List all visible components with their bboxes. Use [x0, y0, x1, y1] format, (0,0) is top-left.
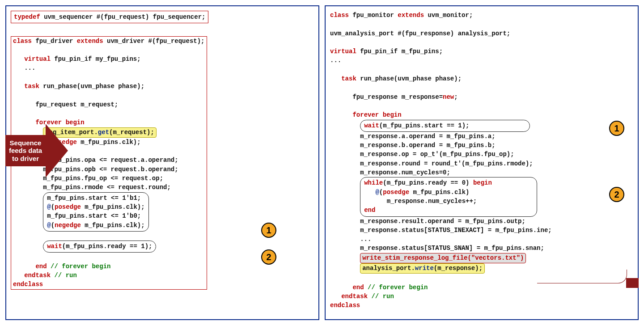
driver-panel: Sequence feeds data to driver 1 2 typede… [5, 5, 319, 320]
monitor-panel: 1 2 class fpu_monitor extends uvm_monito… [325, 5, 639, 320]
callout-circle-2: 2 [261, 249, 276, 265]
callout-circle-1: 1 [609, 121, 624, 136]
arrow-label: Sequence feeds data to driver [5, 135, 46, 166]
arrow-icon [46, 124, 68, 177]
callout-circle-2: 2 [609, 187, 624, 202]
monitor-code: class fpu_monitor extends uvm_monitor; u… [330, 11, 633, 310]
red-tab-icon [626, 278, 639, 288]
figure-container: Sequence feeds data to driver 1 2 typede… [5, 5, 639, 320]
callout-circle-1: 1 [261, 223, 276, 238]
arrow-callout: Sequence feeds data to driver [5, 122, 77, 180]
